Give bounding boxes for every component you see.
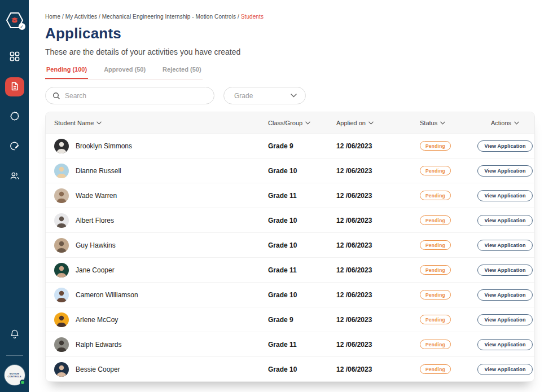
- status-badge: Pending: [420, 290, 451, 299]
- sidebar-item-students[interactable]: [5, 167, 24, 186]
- status-badge: Pending: [420, 240, 451, 250]
- column-header[interactable]: Student Name: [46, 120, 268, 126]
- tab-pending[interactable]: Pending (100): [45, 66, 88, 79]
- class-group-value: Grade 9: [268, 142, 336, 150]
- applied-on-value: 12 /06/2023: [336, 142, 417, 150]
- breadcrumb-path[interactable]: Home / My Activities / Mechanical Engine…: [45, 14, 241, 20]
- table-header: Student Name Class/Group Applied on Stat…: [46, 112, 534, 133]
- table-row: Bessie Cooper Grade 10 12 /06/2023 Pendi…: [46, 356, 534, 381]
- table-row: Guy Hawkins Grade 10 12 /06/2023 Pending…: [46, 232, 534, 257]
- sidebar-divider: [6, 355, 23, 356]
- table-body: Brooklyn Simmons Grade 9 12 /06/2023 Pen…: [46, 133, 534, 381]
- view-application-button[interactable]: View Application: [477, 165, 532, 177]
- avatar: [54, 288, 69, 302]
- page-subtitle: These are the details of your activities…: [45, 47, 553, 56]
- search-box[interactable]: [45, 87, 214, 104]
- chevron-down-icon: [440, 121, 445, 125]
- applied-on-value: 12 /06/2023: [336, 291, 417, 299]
- class-group-value: Grade 11: [268, 341, 336, 349]
- class-group-value: Grade 11: [268, 192, 336, 200]
- column-header-label: Applied on: [336, 120, 366, 126]
- grade-dropdown[interactable]: Grade: [223, 87, 306, 104]
- users-icon: [9, 170, 20, 183]
- view-application-button[interactable]: View Application: [477, 339, 532, 350]
- page-title: Applicants: [45, 25, 553, 42]
- avatar: [54, 139, 69, 153]
- app-logo[interactable]: ✓: [5, 10, 25, 30]
- tab-rejected[interactable]: Rejected (50): [161, 66, 202, 79]
- app-root: ✓: [0, 0, 553, 392]
- view-application-button[interactable]: View Application: [477, 215, 532, 226]
- applied-on-value: 12 /06/2023: [336, 341, 417, 349]
- status-badge: Pending: [420, 191, 451, 200]
- applied-on-value: 12 /06/2023: [336, 167, 417, 175]
- sidebar-bottom: MOTION CONTROLS: [0, 325, 29, 385]
- view-application-button[interactable]: View Application: [477, 314, 532, 325]
- status-badge: Pending: [420, 215, 451, 225]
- view-application-button[interactable]: View Application: [477, 265, 532, 276]
- document-icon: [9, 81, 20, 94]
- view-application-button[interactable]: View Application: [477, 240, 532, 251]
- table-row: Arlene McCoy Grade 9 12 /06/2023 Pending…: [46, 307, 534, 332]
- sidebar-item-dashboard[interactable]: [5, 47, 24, 67]
- table-row: Dianne Russell Grade 10 12 /06/2023 Pend…: [46, 158, 534, 183]
- grid-icon: [9, 51, 20, 64]
- chevron-down-icon: [305, 121, 310, 125]
- view-application-button[interactable]: View Application: [477, 364, 532, 375]
- grade-dropdown-label: Grade: [234, 92, 253, 100]
- student-name: Arlene McCoy: [76, 316, 118, 324]
- sidebar-item-certificates[interactable]: [5, 107, 24, 126]
- sidebar-item-badge-edit[interactable]: [5, 137, 24, 156]
- main-content: Home / My Activities / Mechanical Engine…: [29, 0, 553, 392]
- chevron-down-icon: [368, 121, 374, 125]
- avatar-logo-text: MOTION CONTROLS: [7, 372, 22, 378]
- avatar: [54, 263, 69, 278]
- table-row: Brooklyn Simmons Grade 9 12 /06/2023 Pen…: [46, 133, 534, 158]
- student-name: Bessie Cooper: [76, 365, 120, 373]
- applied-on-value: 12 /06/2023: [336, 241, 417, 249]
- student-name: Cameron Williamson: [76, 291, 138, 299]
- avatar: [54, 213, 69, 228]
- chevron-down-icon: [291, 94, 297, 98]
- sidebar-nav: [5, 47, 24, 186]
- avatar: [54, 362, 69, 377]
- online-status-dot: [20, 380, 25, 385]
- applied-on-value: 12 /06/2023: [336, 266, 417, 274]
- breadcrumb-current[interactable]: Students: [241, 14, 264, 20]
- avatar: [54, 188, 69, 203]
- bell-icon: [9, 328, 20, 341]
- column-header[interactable]: Class/Group: [268, 120, 336, 126]
- student-name: Jane Cooper: [76, 266, 115, 274]
- applied-on-value: 12 /06/2023: [336, 192, 417, 200]
- table-row: Cameron Williamson Grade 10 12 /06/2023 …: [46, 282, 534, 307]
- badge-edit-icon: [9, 140, 20, 153]
- status-badge: Pending: [420, 364, 451, 374]
- sidebar-item-applications[interactable]: [5, 77, 24, 96]
- class-group-value: Grade 11: [268, 266, 336, 274]
- column-header[interactable]: Actions: [476, 120, 534, 126]
- student-name: Albert Flores: [76, 217, 114, 224]
- search-input[interactable]: [65, 92, 208, 100]
- view-application-button[interactable]: View Application: [477, 289, 532, 301]
- table-row: Albert Flores Grade 10 12 /06/2023 Pendi…: [46, 208, 534, 232]
- notifications-bell[interactable]: [5, 325, 24, 344]
- view-application-button[interactable]: View Application: [477, 140, 532, 152]
- status-badge: Pending: [420, 315, 451, 324]
- avatar: [54, 164, 69, 178]
- tab-approved[interactable]: Approved (50): [103, 66, 147, 79]
- column-header[interactable]: Applied on: [336, 120, 417, 126]
- view-application-button[interactable]: View Application: [477, 190, 532, 201]
- sidebar: ✓: [0, 0, 29, 392]
- column-header[interactable]: Status: [417, 120, 476, 126]
- status-badge: Pending: [420, 265, 451, 275]
- status-badge: Pending: [420, 166, 451, 175]
- column-header-label: Actions: [491, 120, 511, 126]
- avatar: [54, 238, 69, 253]
- class-group-value: Grade 10: [268, 167, 336, 175]
- class-group-value: Grade 10: [268, 217, 336, 224]
- seal-icon: [9, 111, 20, 124]
- table-row: Wade Warren Grade 11 12 /06/2023 Pending…: [46, 183, 534, 208]
- column-header-label: Student Name: [54, 120, 94, 126]
- applied-on-value: 12 /06/2023: [336, 365, 417, 373]
- user-avatar[interactable]: MOTION CONTROLS: [5, 365, 25, 385]
